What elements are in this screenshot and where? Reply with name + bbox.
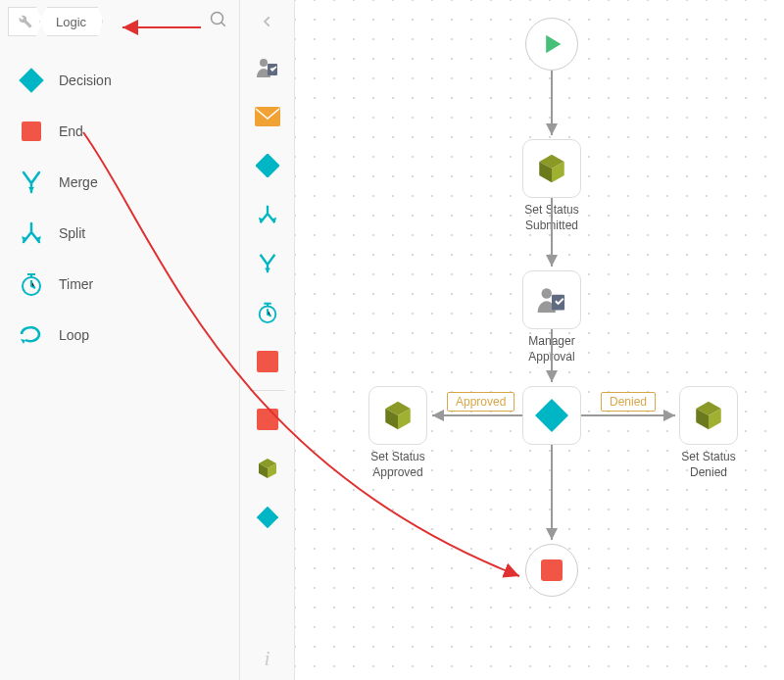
- info-icon: i: [264, 646, 270, 671]
- node-user-task[interactable]: Manager Approval: [522, 270, 596, 364]
- tool-list: Decision End Merge Split Timer Loop: [0, 43, 239, 680]
- tool-decision[interactable]: Decision: [0, 55, 239, 106]
- tool-label: Timer: [59, 276, 93, 292]
- node-label: Set Status Denied: [664, 450, 753, 480]
- workflow-canvas[interactable]: Set Status Submitted Manager Approval Se…: [295, 0, 784, 680]
- svg-rect-10: [257, 507, 278, 528]
- timer-icon: [256, 301, 279, 324]
- mini-decision[interactable]: [240, 141, 294, 190]
- node-label: Manager Approval: [508, 334, 596, 364]
- info-button[interactable]: i: [240, 637, 294, 680]
- wrench-icon: [19, 15, 32, 28]
- mini-end-drag[interactable]: [240, 395, 294, 444]
- svg-rect-8: [257, 351, 278, 372]
- search-button[interactable]: [206, 7, 231, 36]
- svg-point-3: [260, 59, 268, 67]
- divider: [250, 390, 285, 391]
- svg-point-11: [542, 288, 552, 298]
- node-decision[interactable]: [522, 386, 581, 445]
- tool-merge[interactable]: Merge: [0, 157, 239, 208]
- svg-rect-13: [535, 399, 568, 432]
- node-activity[interactable]: Set Status Approved: [368, 386, 442, 480]
- loop-icon: [18, 321, 45, 349]
- diamond-icon: [18, 67, 45, 94]
- tool-label: Merge: [59, 174, 98, 190]
- tool-label: End: [59, 123, 83, 139]
- envelope-icon: [255, 107, 280, 126]
- diamond-icon: [257, 507, 278, 528]
- split-icon: [18, 219, 45, 247]
- mini-end[interactable]: [240, 337, 294, 386]
- square-icon: [257, 409, 278, 430]
- svg-rect-9: [257, 409, 278, 430]
- svg-rect-5: [255, 107, 280, 126]
- edge-label-denied: Denied: [601, 392, 656, 412]
- breadcrumb-root[interactable]: [8, 7, 43, 36]
- node-activity[interactable]: Set Status Denied: [679, 386, 753, 480]
- cube-icon: [256, 457, 279, 480]
- tool-split[interactable]: Split: [0, 208, 239, 259]
- timer-icon: [18, 270, 45, 298]
- play-icon: [538, 30, 565, 58]
- collapse-button[interactable]: [240, 0, 294, 43]
- split-icon: [256, 203, 279, 226]
- svg-rect-14: [541, 559, 563, 581]
- mini-diamond[interactable]: [240, 493, 294, 542]
- node-label: Set Status Approved: [354, 450, 442, 480]
- square-icon: [18, 118, 45, 145]
- breadcrumb: Logic: [0, 0, 239, 43]
- cube-icon: [535, 152, 568, 185]
- diamond-icon: [256, 154, 279, 177]
- svg-rect-1: [22, 121, 41, 141]
- mini-timer[interactable]: [240, 288, 294, 337]
- node-end[interactable]: [525, 544, 578, 597]
- svg-rect-0: [19, 68, 43, 92]
- breadcrumb-category[interactable]: Logic: [39, 7, 103, 36]
- node-label: Set Status Submitted: [508, 203, 596, 233]
- tool-label: Decision: [59, 73, 112, 88]
- diamond-icon: [535, 399, 568, 432]
- cube-icon: [381, 399, 415, 432]
- chevron-left-icon: [261, 15, 274, 28]
- search-icon: [210, 11, 227, 28]
- tool-label: Loop: [59, 327, 89, 343]
- svg-rect-6: [256, 154, 279, 177]
- tool-loop[interactable]: Loop: [0, 310, 239, 361]
- cube-icon: [692, 399, 725, 432]
- mini-user-task[interactable]: [240, 43, 294, 92]
- mini-cube[interactable]: [240, 444, 294, 493]
- node-activity[interactable]: Set Status Submitted: [522, 139, 596, 233]
- tool-timer[interactable]: Timer: [0, 259, 239, 310]
- node-start[interactable]: [525, 18, 578, 71]
- merge-icon: [256, 252, 279, 275]
- mini-email[interactable]: [240, 92, 294, 141]
- square-icon: [257, 351, 278, 372]
- merge-icon: [18, 169, 45, 196]
- category-minibar: i: [240, 0, 295, 680]
- user-task-icon: [535, 283, 568, 316]
- edge-label-approved: Approved: [447, 392, 514, 412]
- tool-label: Split: [59, 225, 85, 241]
- tool-palette-sidebar: Logic Decision End Merge Split: [0, 0, 240, 680]
- mini-merge[interactable]: [240, 239, 294, 288]
- stop-icon: [539, 558, 564, 583]
- mini-split[interactable]: [240, 190, 294, 239]
- tool-end[interactable]: End: [0, 106, 239, 157]
- user-task-icon: [255, 55, 280, 80]
